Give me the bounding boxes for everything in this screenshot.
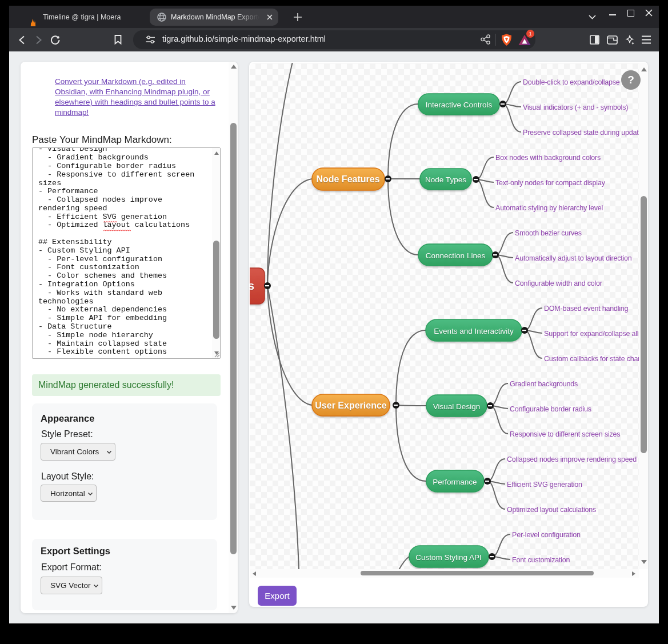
svg-text:Connection Lines: Connection Lines (426, 251, 486, 260)
svg-text:Node Features: Node Features (316, 174, 379, 184)
svg-text:Double-click to expand/collaps: Double-click to expand/collapse (523, 78, 620, 86)
svg-text:Text-only nodes for compact di: Text-only nodes for compact display (495, 179, 606, 187)
svg-text:Visual indicators (+ and - sym: Visual indicators (+ and - symbols) (523, 103, 628, 111)
svg-text:Interactive Controls: Interactive Controls (426, 101, 493, 109)
svg-text:Responsive to different screen: Responsive to different screen sizes (510, 430, 620, 438)
svg-text:Node Types: Node Types (425, 175, 466, 184)
svg-text:Collapsed nodes improve render: Collapsed nodes improve rendering speed (507, 455, 637, 463)
svg-text:Custom Styling API: Custom Styling API (415, 553, 482, 562)
svg-text:Font customization: Font customization (512, 556, 570, 564)
svg-text:Performance: Performance (433, 478, 477, 486)
svg-text:Efficient SVG generation: Efficient SVG generation (507, 481, 582, 489)
svg-text:Configurable width and color: Configurable width and color (515, 279, 602, 287)
svg-text:Box nodes with background colo: Box nodes with background colors (495, 154, 601, 162)
svg-text:Gradient backgrounds: Gradient backgrounds (510, 380, 578, 388)
svg-text:Configurable border radius: Configurable border radius (510, 405, 591, 413)
svg-text:Support for expand/collapse al: Support for expand/collapse all (544, 330, 638, 338)
svg-text:Per-level configuration: Per-level configuration (512, 531, 581, 539)
svg-text:Events and Interactivity: Events and Interactivity (434, 327, 514, 335)
svg-text:Automatic styling by hierarchy: Automatic styling by hierarchy level (495, 204, 603, 212)
svg-text:User Experience: User Experience (315, 401, 387, 410)
svg-text:Automatically adjust to layout: Automatically adjust to layout direction (515, 254, 632, 262)
svg-text:s: s (250, 279, 254, 292)
svg-text:Visual Design: Visual Design (433, 402, 480, 411)
svg-text:Custom callbacks for state cha: Custom callbacks for state chang (544, 355, 639, 363)
svg-text:Optimized layout calculations: Optimized layout calculations (507, 506, 596, 514)
svg-text:Smooth bezier curves: Smooth bezier curves (515, 229, 582, 237)
svg-text:Preserve collapsed state durin: Preserve collapsed state during updates (523, 129, 639, 137)
svg-text:DOM-based event handling: DOM-based event handling (544, 305, 629, 313)
